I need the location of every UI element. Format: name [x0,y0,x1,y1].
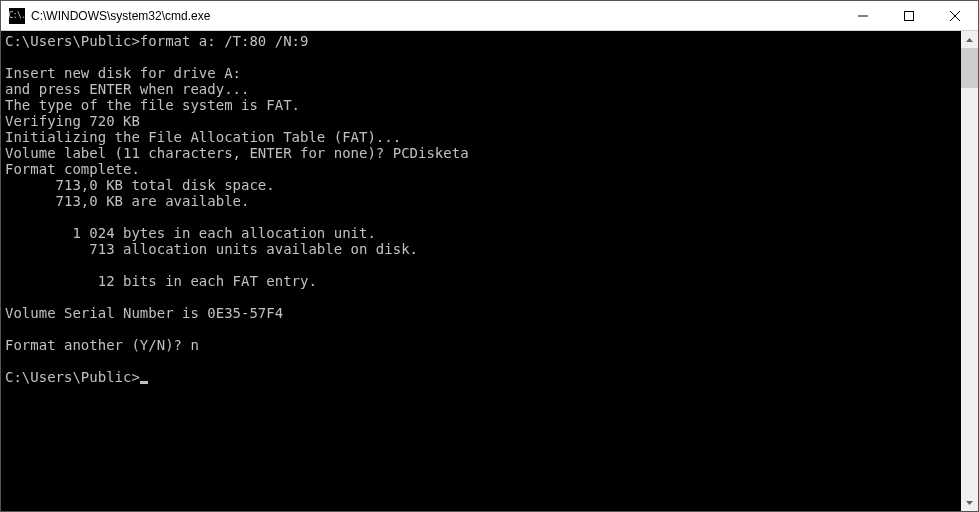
console-line: Initializing the File Allocation Table (… [5,129,957,145]
maximize-button[interactable] [886,1,932,30]
console-line [5,353,957,369]
console-output[interactable]: C:\Users\Public>format a: /T:80 /N:9 Ins… [1,31,961,511]
console-line [5,209,957,225]
console-line: Volume Serial Number is 0E35-57F4 [5,305,957,321]
titlebar[interactable]: C:\. C:\WINDOWS\system32\cmd.exe [1,1,978,31]
console-line: C:\Users\Public>format a: /T:80 /N:9 [5,33,957,49]
console-line: The type of the file system is FAT. [5,97,957,113]
console-line [5,257,957,273]
window-controls [840,1,978,30]
minimize-button[interactable] [840,1,886,30]
console-line: and press ENTER when ready... [5,81,957,97]
console-line: 1 024 bytes in each allocation unit. [5,225,957,241]
svg-marker-5 [966,501,973,505]
console-line [5,321,957,337]
console-line [5,49,957,65]
svg-rect-1 [905,11,914,20]
window-title: C:\WINDOWS\system32\cmd.exe [31,9,210,23]
console-line: 713,0 KB total disk space. [5,177,957,193]
console-line: Format complete. [5,161,957,177]
cursor [140,381,148,384]
console-line: Volume label (11 characters, ENTER for n… [5,145,957,161]
prompt: C:\Users\Public> [5,369,140,385]
command-text: format a: /T:80 /N:9 [140,33,309,49]
console-line: 12 bits in each FAT entry. [5,273,957,289]
vertical-scrollbar[interactable] [961,31,978,511]
prompt: C:\Users\Public> [5,33,140,49]
close-button[interactable] [932,1,978,30]
scroll-thumb[interactable] [961,48,978,88]
console-area: C:\Users\Public>format a: /T:80 /N:9 Ins… [1,31,978,511]
console-line: 713,0 KB are available. [5,193,957,209]
scroll-up-arrow-icon[interactable] [961,31,978,48]
console-line: 713 allocation units available on disk. [5,241,957,257]
cmd-icon: C:\. [9,8,25,24]
scroll-track[interactable] [961,48,978,494]
scroll-down-arrow-icon[interactable] [961,494,978,511]
console-line: Insert new disk for drive A: [5,65,957,81]
svg-marker-4 [966,38,973,42]
console-line [5,289,957,305]
console-line: C:\Users\Public> [5,369,957,385]
console-line: Verifying 720 KB [5,113,957,129]
console-line: Format another (Y/N)? n [5,337,957,353]
